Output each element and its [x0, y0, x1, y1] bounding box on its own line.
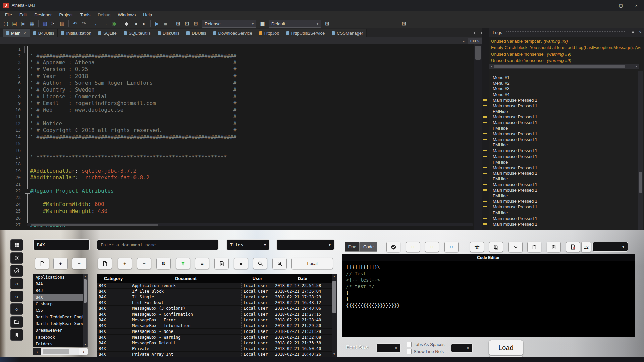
filter-select[interactable]: ▼ [276, 239, 335, 250]
log-entry[interactable]: FMHide [489, 210, 635, 216]
layout-grid-button[interactable]: ⊞ [323, 20, 331, 28]
close-button[interactable]: × [629, 0, 644, 11]
check-circle-button[interactable] [10, 265, 23, 277]
log-entry[interactable]: Main mouse Pressed 1 [489, 199, 635, 204]
undo-button[interactable]: ↶ [71, 20, 79, 28]
log-entry[interactable]: Main mouse Pressed 1 [489, 221, 635, 227]
column-header-category[interactable]: Category [97, 276, 130, 281]
font-size-select[interactable]: ▼ [376, 343, 401, 353]
scrollbar-thumb[interactable] [43, 349, 69, 354]
circle-option-1-button[interactable]: ○ [10, 278, 23, 289]
paste-clipboard-button[interactable] [547, 242, 561, 252]
category-item[interactable]: Applications [33, 274, 87, 281]
snippet-code-area[interactable]: []}]][{{[]}\// Test<!-- test-->/* test *… [342, 261, 635, 337]
approve-toggle-button[interactable] [386, 242, 400, 252]
log-entry[interactable]: FMHide [489, 109, 635, 114]
column-header-document[interactable]: Document [130, 276, 241, 281]
bookmark-next-button[interactable]: ▸ [140, 20, 148, 28]
log-entry[interactable]: Main mouse Pressed 1 [489, 120, 635, 125]
option-a-button[interactable]: ○ [406, 242, 420, 252]
scrollbar-thumb[interactable] [332, 281, 336, 313]
tab-cssmanager[interactable]: CSSManager [328, 29, 367, 37]
favorite-button[interactable]: ☆ [470, 242, 484, 252]
minimize-button[interactable]: — [598, 0, 613, 11]
redo-button[interactable]: ↷ [80, 20, 88, 28]
run-button[interactable]: ▶ [153, 20, 161, 28]
category-item[interactable]: B4J [33, 287, 87, 294]
column-header-user[interactable]: User [241, 276, 273, 281]
scrollbar-thumb[interactable] [31, 224, 158, 226]
clipboard-button[interactable] [527, 242, 541, 252]
save-button[interactable]: ▣ [19, 20, 27, 28]
menu-item-tools[interactable]: Tools [76, 11, 94, 19]
stop-button[interactable]: ■ [162, 20, 169, 28]
scroll-left-icon[interactable]: ‹ [33, 348, 41, 355]
font-size-value-box[interactable]: 12 [581, 242, 591, 252]
category-item[interactable]: B4X [33, 294, 87, 301]
category-item[interactable]: Folders [33, 341, 87, 347]
layout-variant-dropdown[interactable]: Default▾ [269, 20, 321, 28]
stack-view-button[interactable]: ≡ [195, 258, 209, 269]
option-c-button[interactable]: ○ [444, 242, 459, 252]
tab-httpjob[interactable]: HttpJob [256, 29, 283, 37]
category-item[interactable]: Darth TeddyBear Swedi [33, 320, 87, 327]
expand-button[interactable] [508, 242, 523, 252]
scrollbar-thumb[interactable] [494, 65, 625, 68]
zoom-in-button[interactable] [272, 258, 287, 269]
table-row[interactable]: B4XApplication remarkLocal user2018-02-1… [97, 283, 332, 289]
save-all-button[interactable]: ▦ [28, 20, 36, 28]
log-entry[interactable]: Main mouse Pressed 1 [489, 97, 635, 103]
log-entry[interactable]: Main mouse Pressed 1 [489, 154, 635, 159]
tab-scroll-left[interactable]: ◂ [470, 29, 478, 36]
log-entry[interactable]: FMHide [489, 193, 635, 199]
circle-option-3-button[interactable]: ○ [10, 303, 23, 315]
filter-button[interactable] [176, 258, 190, 269]
close-tab-icon[interactable]: × [23, 31, 26, 36]
tab-sqlite[interactable]: SQLite [95, 29, 120, 37]
table-row[interactable]: B4XMessageBox - WarningLocal user2018-02… [97, 335, 332, 340]
tab-main[interactable]: Main× [3, 29, 30, 37]
new-document-button[interactable] [98, 258, 112, 269]
record-button[interactable]: ● [234, 258, 248, 269]
category-filter-input[interactable] [33, 239, 90, 250]
folder-button[interactable] [10, 316, 23, 328]
scroll-down-icon[interactable]: ▼ [83, 342, 87, 347]
code-editor[interactable]: 12' ####################################… [0, 44, 474, 227]
log-entry[interactable]: Main mouse Pressed 1 [489, 148, 635, 154]
document-search-input[interactable] [97, 239, 219, 250]
log-entry[interactable]: Main mouse Pressed 1 [489, 165, 635, 171]
libraries-button[interactable]: ⊞ [400, 20, 408, 28]
circle-option-2-button[interactable]: ○ [10, 291, 23, 302]
navigate-forward-button[interactable]: → [101, 20, 109, 28]
style-select[interactable]: ▼ [592, 242, 628, 252]
scroll-down-icon[interactable]: ▼ [332, 351, 337, 357]
log-entry[interactable]: Main mouse Pressed 1 [489, 171, 635, 176]
table-row[interactable]: B4XIf Else BlockLocal user2018-02-21 17:… [97, 289, 332, 294]
close-icon[interactable]: × [637, 29, 644, 36]
remove-category-button[interactable]: − [72, 258, 87, 269]
designer-button[interactable]: ⊡ [183, 20, 191, 28]
tab-width-select[interactable]: ▼ [451, 343, 473, 353]
log-entry[interactable]: FMHide [489, 125, 635, 131]
tab-diskutils[interactable]: DiskUtils [154, 29, 183, 37]
logs-header-grip[interactable] [506, 31, 625, 34]
compile-button[interactable]: ▩ [259, 20, 266, 28]
new-file-button[interactable]: ▢ [2, 20, 10, 28]
scrollbar-thumb[interactable] [639, 172, 642, 193]
bookmark-previous-button[interactable]: ◂ [131, 20, 139, 28]
log-entry[interactable]: Main mouse Pressed 1 [489, 114, 635, 120]
bookmark-button[interactable] [10, 329, 23, 341]
table-row[interactable]: B4XList For NextLocal user2018-02-21 16:… [97, 300, 332, 306]
documents-table[interactable]: Category Document User Date B4XApplicati… [97, 274, 337, 357]
menu-item-file[interactable]: File [1, 11, 16, 19]
scroll-left-icon[interactable]: ◂ [489, 65, 494, 68]
menu-item-project[interactable]: Project [55, 11, 76, 19]
chevron-down-icon[interactable]: ⌄ [460, 38, 467, 44]
search-button[interactable] [253, 258, 267, 269]
warning-entry[interactable]: Unused variable 'nonsense'.(warning #9) [489, 51, 641, 57]
scrollbar-thumb[interactable] [84, 279, 87, 303]
log-entry[interactable]: Menu #2 [489, 80, 635, 86]
table-row[interactable]: B4XMessageBox - ErrorLocal user2018-02-2… [97, 317, 332, 323]
document-lines-button[interactable] [214, 258, 229, 269]
menu-item-edit[interactable]: Edit [16, 11, 31, 19]
